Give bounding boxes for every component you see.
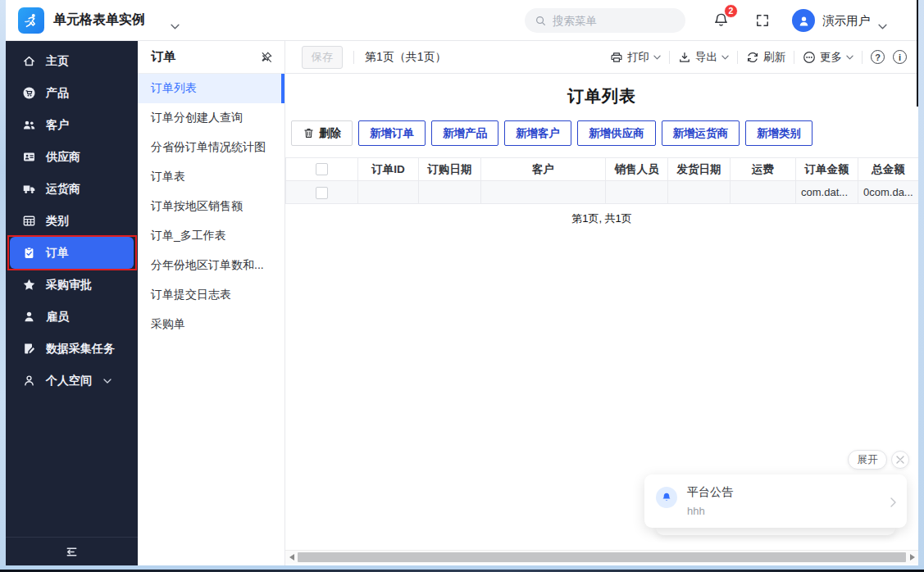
submenu-item-label: 分省份订单情况统计图 (151, 140, 266, 155)
horizontal-scrollbar[interactable] (285, 550, 918, 564)
add-customer-button[interactable]: 新增客户 (504, 120, 571, 146)
export-button[interactable]: 导出 (678, 50, 729, 65)
sidebar-item-label: 运货商 (46, 182, 80, 197)
star-icon (22, 278, 36, 292)
sidebar-item-label: 订单 (46, 246, 69, 261)
sidebar-item-label: 个人空间 (46, 374, 92, 388)
refresh-icon (746, 51, 759, 64)
submenu-item-order-count-by-year-region[interactable]: 分年份地区订单数和... (138, 251, 284, 280)
table-cell[interactable]: 0com.da... (858, 181, 919, 204)
sidebar-collapse-button[interactable] (6, 537, 138, 565)
submenu-title: 订单 (151, 49, 175, 65)
chevron-down-icon (846, 55, 853, 60)
delete-button[interactable]: 删除 (291, 120, 353, 146)
submenu-item-order-by-creator[interactable]: 订单分创建人查询 (138, 103, 284, 133)
toolbar-divider (862, 51, 863, 64)
submenu-item-order-stats-by-province[interactable]: 分省份订单情况统计图 (138, 133, 284, 162)
more-circle-icon (803, 51, 816, 64)
row-checkbox[interactable] (316, 187, 328, 199)
search-input[interactable] (553, 15, 667, 27)
chevron-down-icon (721, 55, 729, 60)
submenu-item-label: 订单分创建人查询 (151, 111, 243, 125)
toolbar-page-info: 第1页（共1页） (365, 50, 447, 65)
add-shipper-button[interactable]: 新增运货商 (662, 120, 740, 146)
table-cell[interactable] (481, 181, 606, 204)
orders-table: 订单ID 订购日期 客户 销售人员 发货日期 运费 订单金额 总金额 (285, 157, 918, 204)
sidebar-item-shippers[interactable]: 运货商 (6, 173, 138, 205)
column-header: 订单ID (358, 158, 419, 181)
table-cell[interactable] (419, 181, 481, 204)
sidebar-item-home[interactable]: 主页 (6, 45, 138, 77)
unpin-icon[interactable] (260, 51, 273, 64)
refresh-label: 刷新 (763, 50, 785, 65)
sidebar-item-label: 产品 (46, 86, 69, 101)
submenu-item-label: 订单提交日志表 (151, 288, 231, 302)
add-category-button[interactable]: 新增类别 (745, 120, 812, 146)
submenu-item-label: 采购单 (151, 317, 185, 332)
sidebar-item-personal-space[interactable]: 个人空间 (6, 365, 138, 397)
refresh-button[interactable]: 刷新 (746, 50, 785, 65)
toolbar-divider (669, 51, 670, 64)
submenu-item-label: 订单列表 (151, 81, 197, 96)
submenu-item-purchase-order[interactable]: 采购单 (138, 310, 284, 339)
fullscreen-icon[interactable] (755, 13, 770, 31)
sidebar-item-suppliers[interactable]: 供应商 (6, 141, 138, 173)
table-cell[interactable]: com.dat... (796, 181, 858, 204)
announcement-bell-icon (656, 487, 677, 508)
announcement-body: hhh (687, 505, 705, 517)
more-button[interactable]: 更多 (803, 50, 853, 65)
notification-expand-button[interactable]: 展开 (848, 450, 887, 470)
user-name[interactable]: 演示用户 (822, 13, 870, 29)
sidebar-item-employees[interactable]: 雇员 (6, 301, 138, 333)
search-box[interactable] (525, 8, 685, 33)
category-grid-icon (22, 214, 36, 228)
sidebar-item-label: 雇员 (46, 310, 69, 325)
sidebar-item-products[interactable]: 产品 (6, 77, 138, 109)
app-title-chevron-down-icon[interactable] (171, 18, 180, 33)
sidebar-item-purchase-approval[interactable]: 采购审批 (6, 269, 138, 301)
table-cell[interactable] (668, 181, 731, 204)
user-menu-chevron-down-icon[interactable] (878, 18, 887, 33)
toolbar-divider (353, 51, 354, 64)
table-cell[interactable] (358, 181, 419, 204)
home-icon (22, 54, 36, 68)
scrollbar-thumb[interactable] (298, 552, 906, 562)
table-cell[interactable] (606, 181, 668, 204)
add-supplier-button[interactable]: 新增供应商 (577, 120, 656, 146)
scroll-right-arrow[interactable] (906, 551, 918, 565)
submenu-item-order-table[interactable]: 订单表 (138, 162, 284, 192)
notification-close-button[interactable] (891, 451, 909, 469)
main-sidebar: 主页 产品 客户 供应商 运货商 类别 (6, 41, 138, 565)
user-icon (797, 14, 811, 28)
add-product-button[interactable]: 新增产品 (431, 120, 498, 146)
announcement-title: 平台公告 (687, 485, 733, 500)
submenu-item-order-submit-log[interactable]: 订单提交日志表 (138, 280, 284, 310)
help-glyph: ? (875, 52, 881, 62)
select-all-checkbox[interactable] (316, 163, 328, 175)
sidebar-item-data-collection-tasks[interactable]: 数据采集任务 (6, 333, 138, 365)
sidebar-item-label: 供应商 (46, 150, 80, 165)
add-order-button[interactable]: 新增订单 (358, 120, 426, 146)
user-avatar[interactable] (792, 9, 815, 32)
sidebar-item-label: 类别 (46, 214, 69, 229)
sidebar-item-orders[interactable]: 订单 (10, 237, 134, 269)
scroll-left-arrow[interactable] (285, 551, 298, 565)
submenu-item-order-list[interactable]: 订单列表 (138, 74, 284, 103)
column-header: 运费 (731, 158, 796, 181)
button-label: 删除 (319, 126, 341, 141)
chevron-down-icon (653, 55, 661, 60)
sidebar-item-label: 主页 (46, 54, 69, 69)
submenu-item-order-sales-by-region[interactable]: 订单按地区销售额 (138, 192, 284, 221)
sidebar-item-categories[interactable]: 类别 (6, 205, 138, 237)
platform-announcement-card[interactable]: 平台公告 hhh (644, 474, 907, 528)
table-cell[interactable] (731, 181, 796, 204)
info-icon[interactable]: i (893, 50, 907, 64)
print-button[interactable]: 打印 (610, 50, 661, 65)
sidebar-item-customers[interactable]: 客户 (6, 109, 138, 141)
table-header-row: 订单ID 订购日期 客户 销售人员 发货日期 运费 订单金额 总金额 (286, 158, 919, 181)
collapse-sidebar-icon (65, 545, 79, 559)
submenu-item-order-multi-sheet[interactable]: 订单_多工作表 (138, 221, 284, 251)
help-icon[interactable]: ? (871, 50, 885, 64)
save-button[interactable]: 保存 (302, 46, 343, 69)
supplier-icon (22, 150, 36, 164)
